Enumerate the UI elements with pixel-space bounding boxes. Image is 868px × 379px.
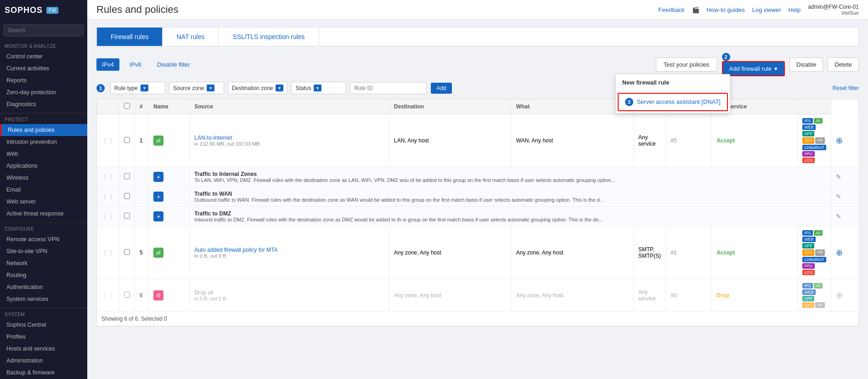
tag-hb: HB — [815, 137, 825, 144]
status-filter[interactable]: Status ▾ — [291, 82, 346, 94]
drag-handle-cell: ⋮⋮ — [97, 187, 119, 207]
status-arrow-icon: ▾ — [314, 85, 321, 91]
row-checkbox[interactable] — [124, 292, 130, 298]
add-rule-container: 2 Add firewall rule ▾ — [722, 53, 785, 76]
delete-button[interactable]: Delete — [828, 57, 859, 72]
group-desc: To LAN, WiFi, VPN, DMZ. Firewall rules w… — [194, 177, 826, 183]
badge-2: 2 — [722, 53, 730, 61]
sidebar-item-backup-firmware[interactable]: Backup & firmware — [0, 367, 87, 379]
rule-name-link[interactable]: LAN-to-Internet — [194, 135, 232, 141]
tags-cell: IPS AV WEB APP QoS HB — [798, 279, 831, 312]
sidebar-item-authentication[interactable]: Authentication — [0, 281, 87, 293]
drag-handle-icon[interactable]: ⋮⋮ — [101, 137, 114, 144]
sidebar-item-hosts-services[interactable]: Hosts and services — [0, 343, 87, 355]
tag-log: LOG — [802, 158, 815, 163]
more-actions-icon[interactable]: ⊕ — [836, 136, 843, 145]
sidebar-item-active-threat[interactable]: Active threat response — [0, 208, 87, 220]
tag-qos: QoS — [802, 137, 814, 144]
add-filter-button[interactable]: Add — [431, 83, 451, 94]
sidebar-item-control-center[interactable]: Control center — [0, 51, 87, 62]
sidebar-item-remote-vpn[interactable]: Remote access VPN — [0, 233, 87, 245]
sidebar-item-network[interactable]: Network — [0, 257, 87, 269]
row-num-cell: 6 — [135, 279, 149, 312]
th-destination: Destination — [389, 99, 511, 114]
group-icon: + — [153, 211, 163, 221]
log-viewer-link[interactable]: Log viewer — [752, 6, 781, 13]
group-icon: + — [153, 192, 163, 202]
drag-handle-icon[interactable]: ⋮⋮ — [101, 173, 114, 181]
feedback-link[interactable]: Feedback — [659, 6, 685, 13]
add-firewall-rule-button[interactable]: Add firewall rule ▾ — [722, 61, 785, 76]
rule-icon-active: ⇄ — [153, 136, 163, 146]
checkbox-cell — [119, 187, 135, 207]
select-all-checkbox[interactable] — [124, 103, 130, 109]
disable-filter-button[interactable]: Disable filter — [152, 58, 196, 71]
edit-icon[interactable]: ✎ — [836, 193, 841, 200]
tag-av: AV — [814, 230, 823, 236]
rule-icon-cell: ⇄ — [149, 114, 190, 167]
source-zone-filter[interactable]: Source zone ▾ — [169, 82, 224, 94]
sidebar-item-current-activities[interactable]: Current activities — [0, 62, 87, 74]
more-actions-icon[interactable]: ⊕ — [836, 248, 843, 257]
group-num-cell: #0 — [666, 279, 712, 312]
sidebar-item-site-vpn[interactable]: Site-to-site VPN — [0, 245, 87, 257]
tab-ssl-tls[interactable]: SSL/TLS inspection rules — [219, 28, 319, 46]
sidebar-search-input[interactable] — [4, 24, 84, 36]
test-policies-button[interactable]: Test your policies — [656, 57, 717, 72]
sidebar-logo: SOPHOS FW — [0, 0, 87, 21]
sidebar-item-web-server[interactable]: Web server — [0, 196, 87, 208]
rule-icon-drop: ⊘ — [153, 290, 163, 300]
drag-handle-icon[interactable]: ⋮⋮ — [101, 249, 114, 256]
row-checkbox[interactable] — [124, 213, 130, 219]
destination-zone-filter[interactable]: Destination zone ▾ — [228, 82, 287, 94]
source-zone-label: Source zone — [173, 85, 204, 91]
sidebar-item-profiles[interactable]: Profiles — [0, 331, 87, 343]
rule-name-cell: LAN-to-Internet in 212.66 MB, out 192.03… — [190, 114, 389, 167]
rule-type-filter[interactable]: Rule type ▾ — [110, 82, 165, 94]
disable-button[interactable]: Disable — [789, 57, 823, 72]
sidebar-item-intrusion[interactable]: Intrusion prevention — [0, 136, 87, 148]
sidebar-item-wireless[interactable]: Wireless — [0, 172, 87, 184]
more-actions-icon[interactable]: ⊕ — [836, 291, 843, 300]
user-info: admin@FW-Core-01 VietSun — [808, 4, 859, 16]
group-name: Traffic to Internal Zones — [194, 171, 257, 177]
rule-name-link[interactable]: Auto added firewall policy for MTA — [194, 247, 277, 253]
group-desc: Inbound traffic to DMZ. Firewall rules w… — [194, 217, 826, 222]
ipv4-button[interactable]: IPv4 — [96, 58, 119, 71]
row-checkbox[interactable] — [124, 193, 130, 199]
tag-prx: PRX — [802, 263, 815, 269]
sidebar-item-sophos-central[interactable]: Sophos Central — [0, 319, 87, 331]
row-checkbox[interactable] — [124, 249, 130, 255]
help-link[interactable]: Help — [789, 6, 801, 13]
tab-nat-rules[interactable]: NAT rules — [163, 28, 219, 46]
sidebar-item-web[interactable]: Web — [0, 148, 87, 160]
sidebar-item-administration[interactable]: Administration — [0, 355, 87, 367]
how-to-link[interactable]: How-to guides — [707, 6, 745, 13]
tab-firewall-rules[interactable]: Firewall rules — [97, 28, 163, 46]
drag-handle-icon[interactable]: ⋮⋮ — [101, 213, 114, 220]
sidebar-item-diagnostics[interactable]: Diagnostics — [0, 98, 87, 110]
sidebar-search-container — [0, 21, 87, 40]
drag-handle-icon[interactable]: ⋮⋮ — [101, 193, 114, 200]
ipv6-button[interactable]: IPv6 — [124, 58, 147, 71]
sidebar-item-routing[interactable]: Routing — [0, 269, 87, 281]
sidebar-item-email[interactable]: Email — [0, 184, 87, 196]
dropdown-item-server-access[interactable]: 3 Server access assistant [DNAT] — [618, 93, 728, 111]
source-zone-arrow-icon: ▾ — [207, 85, 214, 91]
rule-icon-cell: + — [149, 207, 190, 226]
row-checkbox[interactable] — [124, 173, 130, 179]
reset-filter-button[interactable]: Reset filter — [833, 85, 859, 91]
drag-handle-icon[interactable]: ⋮⋮ — [101, 292, 114, 299]
sidebar-item-reports[interactable]: Reports — [0, 74, 87, 86]
dest-zone-arrow-icon: ▾ — [276, 85, 283, 91]
edit-icon-cell: ✎ — [831, 167, 859, 187]
edit-icon[interactable]: ✎ — [836, 213, 841, 220]
rule-id-input[interactable] — [350, 82, 427, 94]
edit-icon[interactable]: ✎ — [836, 173, 841, 181]
sidebar-item-applications[interactable]: Applications — [0, 160, 87, 172]
table-row: ⋮⋮ + Traffic to WAN Outbound traffic to … — [97, 187, 859, 207]
sidebar-item-zero-day[interactable]: Zero-day protection — [0, 86, 87, 98]
sidebar-item-system-services[interactable]: System services — [0, 293, 87, 305]
row-checkbox[interactable] — [124, 137, 130, 143]
sidebar-item-rules-policies[interactable]: Rules and policies — [0, 124, 87, 136]
